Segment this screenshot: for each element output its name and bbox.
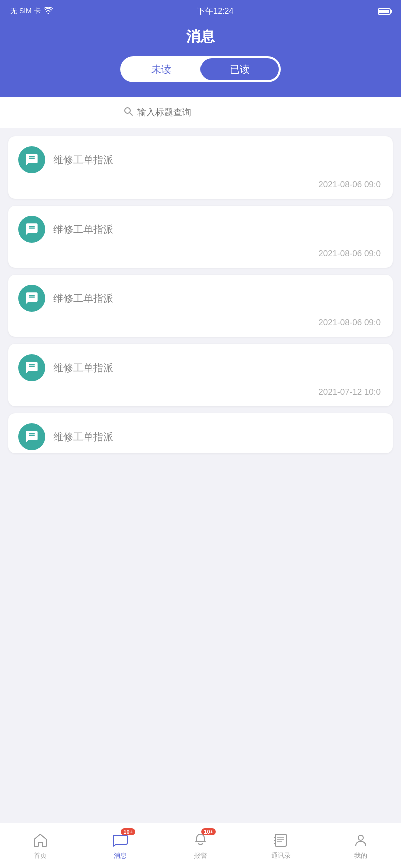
tab-item-contacts[interactable]: 通讯录	[263, 831, 298, 860]
message-title: 维修工单指派	[53, 292, 113, 305]
message-type-icon	[18, 423, 45, 450]
tab-label-mine: 我的	[354, 851, 367, 860]
tab-label-contacts: 通讯录	[271, 851, 291, 860]
message-card[interactable]: 维修工单指派 2021-07-12 10:0	[8, 344, 393, 406]
status-time: 下午12:24	[197, 6, 233, 17]
tab-item-mine[interactable]: 我的	[343, 831, 378, 860]
tab-label-message: 消息	[114, 851, 127, 860]
message-title: 维修工单指派	[53, 223, 113, 236]
status-right	[378, 8, 391, 15]
status-left: 无 SIM 卡	[10, 7, 53, 16]
svg-line-1	[130, 113, 132, 115]
message-date: 2021-08-06 09:0	[18, 318, 383, 328]
alarm-badge: 10+	[201, 828, 216, 835]
tab-read[interactable]: 已读	[200, 58, 279, 80]
mine-icon-wrap	[352, 831, 370, 849]
message-icon-wrap: 10+	[111, 831, 129, 849]
message-card[interactable]: 维修工单指派 2021-08-06 09:0	[8, 136, 393, 199]
page-title: 消息	[186, 27, 215, 46]
message-title: 维修工单指派	[53, 153, 113, 167]
sim-status: 无 SIM 卡	[10, 7, 41, 16]
message-card-partial[interactable]: 维修工单指派	[8, 413, 393, 453]
battery-icon	[378, 8, 391, 15]
search-input[interactable]	[137, 107, 278, 118]
message-card[interactable]: 维修工单指派 2021-08-06 09:0	[8, 275, 393, 337]
svg-rect-6	[274, 837, 276, 838]
message-type-icon	[18, 146, 45, 173]
header: 消息 未读 已读	[0, 22, 401, 97]
svg-point-9	[358, 835, 363, 840]
message-card[interactable]: 维修工单指派 2021-08-06 09:0	[8, 206, 393, 268]
tab-unread[interactable]: 未读	[122, 58, 200, 80]
message-date: 2021-07-12 10:0	[18, 387, 383, 397]
tab-item-home[interactable]: 首页	[23, 831, 58, 860]
message-list: 维修工单指派 2021-08-06 09:0 维修工单指派 2021-08-06…	[0, 128, 401, 823]
tab-label-home: 首页	[34, 851, 47, 860]
tab-item-alarm[interactable]: 10+ 报警	[183, 831, 218, 860]
contacts-icon-wrap	[272, 831, 290, 849]
alarm-icon-wrap: 10+	[191, 831, 210, 849]
search-bar	[0, 97, 401, 128]
message-title: 维修工单指派	[53, 430, 113, 444]
wifi-icon	[44, 7, 53, 16]
search-icon	[123, 106, 133, 119]
message-type-icon	[18, 285, 45, 312]
home-icon-wrap	[31, 831, 49, 849]
read-unread-toggle: 未读 已读	[120, 56, 281, 82]
message-type-icon	[18, 216, 45, 243]
svg-rect-7	[274, 840, 276, 841]
message-date: 2021-08-06 09:0	[18, 249, 383, 259]
message-date: 2021-08-06 09:0	[18, 180, 383, 190]
tab-label-alarm: 报警	[194, 851, 207, 860]
status-bar: 无 SIM 卡 下午12:24	[0, 0, 401, 22]
svg-rect-8	[274, 843, 276, 844]
tab-bar: 首页 10+ 消息 10+ 报警	[0, 823, 401, 868]
svg-rect-2	[275, 834, 286, 846]
message-title: 维修工单指派	[53, 361, 113, 375]
message-type-icon	[18, 354, 45, 381]
message-badge: 10+	[121, 828, 135, 835]
tab-item-message[interactable]: 10+ 消息	[103, 831, 138, 860]
